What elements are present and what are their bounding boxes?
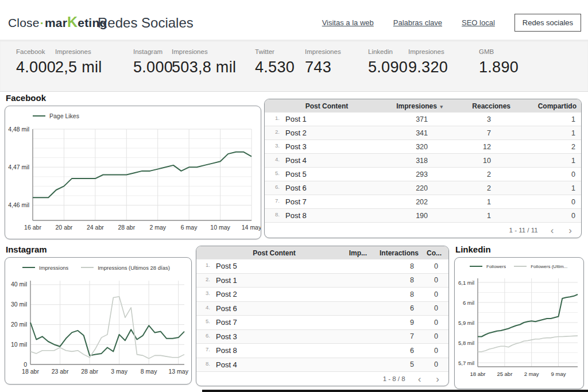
table-pagination: 1 - 11 / 11‹› bbox=[265, 223, 581, 238]
svg-text:9 may: 9 may bbox=[551, 371, 566, 377]
cell-value: 1 bbox=[452, 212, 521, 220]
pagination-range: 1 - 11 / 11 bbox=[509, 227, 538, 234]
kpi-label: Impresiones bbox=[55, 48, 102, 55]
row-index: 4. bbox=[265, 154, 282, 162]
legend-label: Impressions (Ultimos 28 días) bbox=[98, 265, 170, 271]
kpi-impresiones-7: Impresiones9.320 bbox=[408, 48, 448, 76]
kpi-label: GMB bbox=[479, 48, 519, 55]
row-index: 1. bbox=[196, 259, 212, 268]
kpi-value: 743 bbox=[305, 59, 341, 76]
dashboard: Close·marKeting Redes Sociales Visitas a… bbox=[0, 0, 588, 392]
cell-value: 202 bbox=[372, 198, 452, 206]
svg-text:10 mil: 10 mil bbox=[11, 341, 27, 348]
data-table: Post ContentImp...InteractionsCo...1.Pos… bbox=[196, 246, 448, 386]
cell-value: 318 bbox=[372, 157, 452, 165]
cell-value: 0 bbox=[423, 304, 448, 312]
instagram-chart-legend: ImpressionsImpressions (Ultimos 28 días) bbox=[5, 258, 191, 277]
legend-line-swatch bbox=[81, 267, 94, 269]
kpi-label: Impresiones bbox=[172, 48, 236, 55]
kpi-twitter-4: Twitter4.530 bbox=[255, 48, 295, 76]
post-name: Post 6 bbox=[212, 304, 336, 313]
table-row: 2.Post 180 bbox=[196, 274, 448, 288]
row-index: 6. bbox=[265, 181, 282, 190]
data-table: Post ContentImpresiones ▾ReaccionesCompa… bbox=[265, 99, 581, 238]
cell-value: 8 bbox=[370, 276, 423, 284]
linkedin-followers-chart-card: FollowersFollowers (Ultim... 5,7 mil5,8 … bbox=[454, 257, 584, 389]
chevron-right-icon[interactable]: › bbox=[436, 374, 439, 384]
row-index: 7. bbox=[265, 195, 282, 204]
cell-value: 2 bbox=[521, 143, 581, 151]
kpi-value: 5.000 bbox=[133, 59, 173, 76]
cell-value: 0 bbox=[423, 276, 448, 284]
cell-value: 5 bbox=[370, 360, 423, 368]
facebook-line-chart: 4,46 mil4,47 mil4,48 mil16 abr20 abr24 a… bbox=[5, 126, 261, 238]
kpi-impresiones-3: Impresiones503,8 mil bbox=[172, 48, 236, 76]
cell-value: 8 bbox=[370, 262, 423, 270]
column-header-impresiones[interactable]: Impresiones ▾ bbox=[372, 102, 452, 110]
table-row: 5.Post 529320 bbox=[265, 168, 581, 181]
cell-value: 0 bbox=[423, 332, 448, 340]
row-index: 3. bbox=[265, 140, 282, 149]
kpi-value: 5.090 bbox=[368, 59, 408, 76]
column-header-co[interactable]: Co... bbox=[423, 249, 448, 257]
cell-value: 1 bbox=[521, 129, 581, 137]
column-header-post-content[interactable]: Post Content bbox=[212, 249, 336, 257]
nav-link-palabras-clave[interactable]: Palabras clave bbox=[393, 18, 442, 27]
cell-value: 10 bbox=[452, 157, 521, 165]
column-header-interactions[interactable]: Interactions bbox=[370, 249, 423, 257]
legend-line-swatch bbox=[514, 266, 527, 267]
table-pagination: 1 - 8 / 8‹› bbox=[196, 372, 448, 386]
chevron-left-icon[interactable]: ‹ bbox=[418, 374, 421, 384]
kpi-label: Twitter bbox=[255, 48, 295, 55]
nav-link-seo-local[interactable]: SEO local bbox=[462, 18, 495, 27]
nav-button-redes-sociales[interactable]: Redes sociales bbox=[514, 14, 581, 32]
kpi-impresiones-1: Impresiones2,5 mil bbox=[55, 48, 102, 76]
legend-line-swatch bbox=[22, 267, 35, 269]
column-header-reacciones[interactable]: Reacciones bbox=[452, 102, 521, 110]
svg-text:5,8 mil: 5,8 mil bbox=[458, 340, 474, 346]
kpi-label: Instagram bbox=[133, 48, 173, 55]
cell-value: 12 bbox=[452, 143, 521, 151]
table-row: 2.Post 234171 bbox=[265, 126, 581, 140]
table-body: 1.Post 5802.Post 1803.Post 2804.Post 660… bbox=[196, 259, 448, 372]
column-header-compartido[interactable]: Compartido bbox=[521, 102, 581, 110]
svg-text:6 may: 6 may bbox=[181, 224, 198, 231]
series-followers bbox=[478, 294, 578, 337]
closemarketing-logo: Close·marKeting bbox=[8, 14, 107, 30]
logo-text: mar bbox=[45, 16, 67, 29]
svg-text:16 abr: 16 abr bbox=[24, 224, 41, 231]
chevron-left-icon[interactable]: ‹ bbox=[551, 226, 554, 235]
cell-value: 190 bbox=[372, 212, 452, 220]
table-header: Post ContentImp...InteractionsCo... bbox=[196, 246, 448, 259]
row-index: 3. bbox=[196, 288, 212, 296]
column-header-post-content[interactable]: Post Content bbox=[282, 102, 372, 110]
post-name: Post 1 bbox=[282, 115, 372, 123]
legend-label: Impressions bbox=[39, 265, 68, 271]
legend-line-swatch bbox=[33, 115, 45, 117]
post-name: Post 7 bbox=[212, 318, 336, 327]
cell-value: 220 bbox=[372, 184, 452, 192]
legend-item-followers-ultim: Followers (Ultim... bbox=[514, 264, 567, 269]
cell-value: 0 bbox=[423, 347, 448, 355]
post-name: Post 1 bbox=[212, 276, 336, 285]
column-header-imp[interactable]: Imp... bbox=[336, 249, 370, 257]
facebook-posts-table-card: Post ContentImpresiones ▾ReaccionesCompa… bbox=[264, 99, 582, 238]
chevron-right-icon[interactable]: › bbox=[568, 226, 572, 235]
kpi-value: 4.530 bbox=[255, 59, 295, 76]
svg-text:18 abr: 18 abr bbox=[470, 371, 486, 377]
legend-item-page-likes: Page Likes bbox=[33, 112, 79, 119]
section-title-instagram: Instagram bbox=[6, 244, 47, 254]
cell-value: 293 bbox=[372, 170, 452, 178]
cell-value: 0 bbox=[423, 319, 448, 327]
svg-text:10 may: 10 may bbox=[210, 224, 230, 231]
nav-link-visitas-a-la-web[interactable]: Visitas a la web bbox=[322, 18, 374, 27]
kpi-label: Impresiones bbox=[305, 48, 341, 55]
cell-value: 1 bbox=[452, 198, 521, 206]
caret-down-icon: ▾ bbox=[439, 104, 443, 110]
kpi-value: 503,8 mil bbox=[172, 59, 236, 76]
svg-text:5,7 mil: 5,7 mil bbox=[458, 360, 474, 366]
kpi-gmb-8: GMB1.890 bbox=[479, 48, 519, 76]
post-name: Post 5 bbox=[212, 262, 336, 270]
post-name: Post 2 bbox=[212, 290, 336, 298]
table-row: 3.Post 280 bbox=[196, 288, 448, 302]
